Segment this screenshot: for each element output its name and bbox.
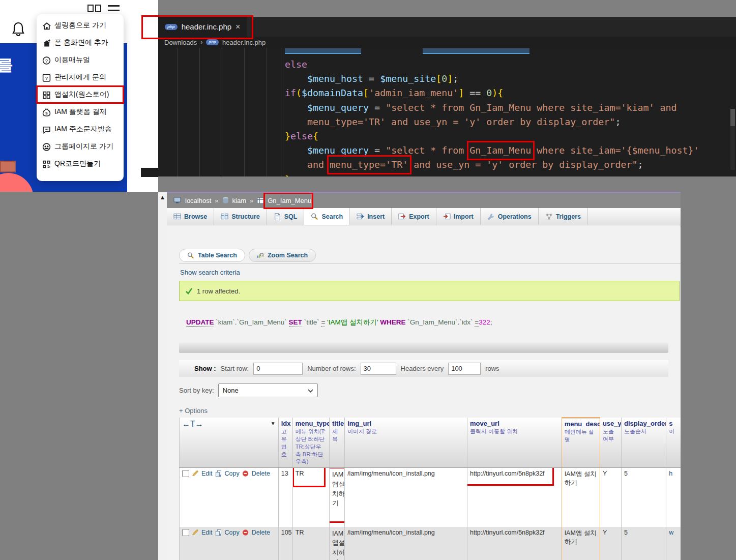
cell-title: IAM앱설치하기 xyxy=(330,527,345,560)
vscode-window: php header.inc.php × Downloads › php hea… xyxy=(158,0,736,176)
column-header-idx[interactable]: idx고유 번호 xyxy=(278,418,292,468)
alert-text: 1 row affected. xyxy=(197,287,240,295)
column-header-menu_type[interactable]: menu_type메뉴 위치(T:상단 B:하단 TR:상단우측 BR:하단우측… xyxy=(292,418,329,468)
menu-item-label: QR코드만들기 xyxy=(54,159,101,168)
cell-idx: 13 xyxy=(278,468,292,527)
cell-img-url: /iam/img/menu/icon_install.png xyxy=(345,468,467,527)
column-header-use_yn[interactable]: use_yn노출여부 xyxy=(600,418,621,468)
row-checkbox[interactable] xyxy=(182,529,189,536)
chat-bubble-icon xyxy=(42,125,51,134)
edit-link[interactable]: Edit xyxy=(201,470,213,477)
mobile-menu-item-7[interactable]: IAM 주소문자발송 xyxy=(37,121,124,138)
delete-icon xyxy=(242,470,249,477)
headers-every-input[interactable] xyxy=(448,363,481,375)
breadcrumb-file[interactable]: header.inc.php xyxy=(222,39,266,46)
home-plus-icon xyxy=(42,39,51,47)
page-scrollbar[interactable]: ▲ xyxy=(158,192,167,560)
code-text: else $menu_host = $menu_site[0];if($doma… xyxy=(285,57,699,176)
header-actions-cell: ←T→▼ xyxy=(180,418,279,468)
column-header-move_url[interactable]: move_url클릭시 이동할 위치 xyxy=(467,418,562,468)
home-icon xyxy=(42,21,51,30)
delete-link[interactable]: Delete xyxy=(252,529,270,536)
mobile-menu-item-9[interactable]: QR코드만들기 xyxy=(37,155,124,172)
import-icon xyxy=(443,213,451,220)
mobile-menu-item-4[interactable]: ?관리자에게 문의 xyxy=(37,69,124,86)
menu-item-label: 이용매뉴얼 xyxy=(54,55,90,65)
clipped-code-line xyxy=(285,48,361,54)
cell-title: IAM앱설치하기 xyxy=(330,468,345,527)
sort-key-select[interactable]: None xyxy=(218,384,318,397)
chevron-down-icon xyxy=(308,388,313,394)
cell-clipped: h xyxy=(666,468,681,527)
server-monitor-icon xyxy=(173,197,182,204)
pma-breadcrumb: localhost » kiam » Gn_Iam_Menu xyxy=(167,193,681,208)
php-file-icon: php xyxy=(165,24,178,30)
results-table: ←T→▼idx고유 번호menu_type메뉴 위치(T:상단 B:하단 TR:… xyxy=(179,417,681,560)
start-row-input[interactable] xyxy=(253,363,303,375)
column-header-s[interactable]: s이 xyxy=(666,418,681,468)
mobile-menu-item-8[interactable]: 그룹페이지로 가기 xyxy=(37,138,124,155)
pma-tab-structure[interactable]: Structure xyxy=(214,208,267,225)
column-header-title[interactable]: title제목 xyxy=(330,418,345,468)
pma-tab-browse[interactable]: Browse xyxy=(167,208,214,225)
vscode-breadcrumb: Downloads › php header.inc.php xyxy=(158,37,736,48)
notification-bell-icon[interactable] xyxy=(12,21,25,37)
editor-corner-fragment xyxy=(141,168,158,177)
delete-link[interactable]: Delete xyxy=(252,470,270,477)
mobile-app-panel: 를 셀링홈으로 가기폰 홈화면에 추가?이용매뉴얼?관리자에게 문의앱설치(원스… xyxy=(0,0,158,192)
pma-tab-import[interactable]: Import xyxy=(436,208,481,225)
check-icon xyxy=(185,287,193,294)
show-search-criteria-link[interactable]: Show search criteria xyxy=(180,269,240,276)
subtab-zoom-search[interactable]: Zoom Search xyxy=(249,249,316,262)
mobile-menu-item-1[interactable]: 셀링홈으로 가기 xyxy=(37,17,124,34)
column-header-menu_desc[interactable]: menu_desc메인메뉴 설명 xyxy=(562,418,600,468)
zoom-search-icon xyxy=(257,252,264,259)
pma-tab-triggers[interactable]: Triggers xyxy=(539,208,588,225)
column-header-img_url[interactable]: img_url이미지 경로 xyxy=(345,418,467,468)
mobile-menu-item-3[interactable]: ?이용매뉴얼 xyxy=(37,51,124,69)
tab-header-inc-php[interactable]: php header.inc.php × xyxy=(158,17,247,37)
pma-tab-sql[interactable]: SQL xyxy=(267,208,305,225)
number-of-rows-input[interactable] xyxy=(361,363,396,375)
success-alert: 1 row affected. xyxy=(179,281,680,301)
banner-illustration-circle xyxy=(0,173,34,192)
pma-tab-operations[interactable]: Operations xyxy=(481,208,539,225)
menu-item-label: 관리자에게 문의 xyxy=(54,73,106,82)
divider-band xyxy=(179,343,668,353)
pma-tab-insert[interactable]: Insert xyxy=(350,208,392,225)
nav-arrows[interactable]: ←T→ xyxy=(182,420,203,428)
mobile-menu-item-2[interactable]: 폰 홈화면에 추가 xyxy=(37,34,124,51)
editor-scrollbar[interactable] xyxy=(730,109,735,170)
pma-tab-search[interactable]: Search xyxy=(304,208,350,225)
chevron-right-icon: › xyxy=(200,39,202,46)
breadcrumb-server[interactable]: localhost xyxy=(185,197,211,204)
options-toggle-link[interactable]: + Options xyxy=(179,407,208,415)
copy-link[interactable]: Copy xyxy=(225,529,240,536)
code-editor[interactable]: else $menu_host = $menu_site[0];if($doma… xyxy=(158,48,736,176)
breadcrumb-database[interactable]: kiam xyxy=(232,197,246,204)
hamburger-menu-icon[interactable] xyxy=(108,5,120,14)
sort-triangle-icon[interactable]: ▼ xyxy=(271,421,276,426)
row-checkbox[interactable] xyxy=(182,470,189,477)
menu-item-label: 앱설치(원스토어) xyxy=(54,90,109,99)
breadcrumb-table[interactable]: Gn_Iam_Menu xyxy=(268,197,311,204)
table-icon xyxy=(257,197,264,204)
breadcrumb-folder[interactable]: Downloads xyxy=(164,39,197,46)
mobile-menu-item-6[interactable]: $IAM 플랫폼 결제 xyxy=(37,103,124,121)
app-switcher-icon[interactable] xyxy=(87,5,101,12)
edit-link[interactable]: Edit xyxy=(201,529,213,536)
cell-img-url: /iam/img/menu/icon_install.png xyxy=(345,527,467,560)
pma-tab-bar: BrowseStructureSQLSearchInsertExportImpo… xyxy=(167,208,681,225)
close-tab-icon[interactable]: × xyxy=(235,22,240,32)
cell-menu-type: TR xyxy=(292,527,329,560)
mobile-menu-item-5[interactable]: 앱설치(원스토어) xyxy=(37,86,124,103)
column-header-display_order[interactable]: display_order노출순서 xyxy=(622,418,666,468)
svg-text:$: $ xyxy=(45,111,48,115)
pma-tab-export[interactable]: Export xyxy=(392,208,436,225)
vscode-tab-bar: php header.inc.php × xyxy=(158,17,736,37)
scroll-up-arrow-icon[interactable]: ▲ xyxy=(161,195,164,560)
copy-link[interactable]: Copy xyxy=(225,470,240,477)
subtab-table-search[interactable]: Table Search xyxy=(179,249,245,262)
cell-menu-type: TR xyxy=(292,468,329,527)
pencil-icon xyxy=(192,529,199,536)
